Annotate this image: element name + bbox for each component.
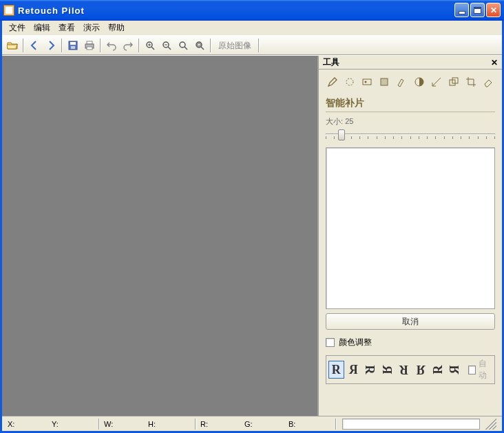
status-separator xyxy=(195,419,196,430)
toolbar-separator xyxy=(100,39,101,52)
undo-button[interactable] xyxy=(104,38,119,53)
panel-body: 智能补片 大小: 25 取消 颜色调整 R xyxy=(319,70,502,391)
orient-btn-4[interactable]: R xyxy=(396,361,412,379)
auto-checkbox[interactable] xyxy=(468,366,476,374)
minimize-button[interactable] xyxy=(454,3,469,17)
size-slider[interactable] xyxy=(326,128,495,143)
svg-point-8 xyxy=(180,42,185,47)
svg-point-9 xyxy=(196,42,202,47)
toolbar-separator xyxy=(210,39,211,52)
svg-point-11 xyxy=(346,78,353,85)
panel-close-icon[interactable]: ✕ xyxy=(491,58,498,67)
status-x: X: xyxy=(8,420,50,428)
brush-tool-icon[interactable] xyxy=(395,75,408,89)
zoom-out-button[interactable] xyxy=(159,38,174,53)
toolbar-separator xyxy=(61,39,63,52)
pencil-tool-icon[interactable] xyxy=(326,75,339,89)
menu-view[interactable]: 查看 xyxy=(54,21,79,35)
maximize-button[interactable] xyxy=(470,3,485,17)
section-title: 智能补片 xyxy=(326,97,495,112)
status-w: W: xyxy=(104,420,147,428)
resize-tool-icon[interactable] xyxy=(447,75,460,89)
status-g: G: xyxy=(244,420,287,428)
orient-btn-1[interactable]: R xyxy=(346,361,361,379)
slider-thumb[interactable] xyxy=(338,129,345,140)
stamp-tool-icon[interactable] xyxy=(378,75,391,89)
status-b: B: xyxy=(288,420,331,428)
svg-point-13 xyxy=(365,81,367,83)
open-button[interactable] xyxy=(5,38,20,53)
status-y: Y: xyxy=(52,420,94,428)
forward-button[interactable] xyxy=(43,38,59,53)
title-bar: Retouch Pilot xyxy=(0,0,504,21)
orient-btn-0[interactable]: R xyxy=(328,361,344,379)
orient-btn-6[interactable]: R xyxy=(429,362,447,378)
cancel-button[interactable]: 取消 xyxy=(326,313,495,330)
auto-group: 自动 xyxy=(468,358,492,381)
back-button[interactable] xyxy=(27,38,42,53)
orient-btn-7[interactable]: R xyxy=(445,362,463,378)
panel-header: 工具 ✕ xyxy=(319,56,502,70)
window-frame: 文件 编辑 查看 演示 帮助 xyxy=(0,21,504,433)
rotate-tool-icon[interactable] xyxy=(430,75,443,89)
canvas-area[interactable] xyxy=(2,56,317,416)
svg-rect-12 xyxy=(363,79,371,85)
zoom-fit-button[interactable] xyxy=(176,38,191,53)
menu-edit[interactable]: 编辑 xyxy=(30,21,54,35)
panel-title: 工具 xyxy=(323,56,339,68)
main-area: 工具 ✕ 智能补片 大小: 25 xyxy=(2,55,502,416)
svg-rect-2 xyxy=(71,46,75,49)
main-toolbar: 原始图像 xyxy=(2,36,502,55)
window-controls xyxy=(454,3,501,17)
menu-file[interactable]: 文件 xyxy=(5,21,30,35)
size-label: 大小: 25 xyxy=(326,116,495,127)
menu-bar: 文件 编辑 查看 演示 帮助 xyxy=(2,21,502,36)
redo-button[interactable] xyxy=(120,38,136,53)
tools-panel: 工具 ✕ 智能补片 大小: 25 xyxy=(317,56,502,416)
orientation-row: R R R R R R R R 自动 xyxy=(326,355,495,384)
svg-rect-5 xyxy=(87,47,92,50)
menu-help[interactable]: 帮助 xyxy=(104,21,129,35)
zoom-in-button[interactable] xyxy=(143,38,158,53)
zoom-actual-button[interactable] xyxy=(192,38,207,53)
auto-label: 自动 xyxy=(479,358,492,381)
orient-btn-5[interactable]: R xyxy=(413,361,429,379)
svg-rect-3 xyxy=(87,41,92,44)
orient-btn-2[interactable]: R xyxy=(361,362,379,378)
toolbar-separator xyxy=(138,39,140,52)
original-image-label[interactable]: 原始图像 xyxy=(214,39,255,53)
contrast-tool-icon[interactable] xyxy=(412,75,426,89)
status-h: H: xyxy=(148,420,191,428)
status-separator xyxy=(335,419,337,430)
size-slider-row: 大小: 25 xyxy=(326,116,495,143)
orient-btn-3[interactable]: R xyxy=(378,362,396,378)
window-title: Retouch Pilot xyxy=(18,6,85,16)
save-button[interactable] xyxy=(65,38,81,53)
tool-icon-row xyxy=(326,75,495,93)
toolbar-separator xyxy=(258,39,260,52)
color-adjust-label: 颜色调整 xyxy=(339,337,372,348)
resize-grip-icon[interactable] xyxy=(485,419,496,430)
status-separator xyxy=(98,419,100,430)
toolbar-separator xyxy=(23,39,24,52)
svg-rect-14 xyxy=(381,78,388,85)
crop-tool-icon[interactable] xyxy=(465,75,478,89)
status-bar: X: Y: W: H: R: G: B: xyxy=(2,416,502,431)
scratch-tool-icon[interactable] xyxy=(343,75,356,89)
preview-box xyxy=(326,147,495,309)
svg-rect-10 xyxy=(198,43,200,46)
close-button[interactable] xyxy=(486,3,501,17)
menu-demo[interactable]: 演示 xyxy=(79,21,104,35)
print-button[interactable] xyxy=(82,38,97,53)
status-input[interactable] xyxy=(342,419,480,430)
svg-rect-1 xyxy=(70,42,76,45)
patch-tool-icon[interactable] xyxy=(360,75,373,89)
status-r: R: xyxy=(200,420,243,428)
app-icon xyxy=(3,5,14,16)
color-adjust-checkbox[interactable] xyxy=(326,338,335,347)
eraser-tool-icon[interactable] xyxy=(482,75,495,89)
color-adjust-row: 颜色调整 xyxy=(326,334,495,351)
